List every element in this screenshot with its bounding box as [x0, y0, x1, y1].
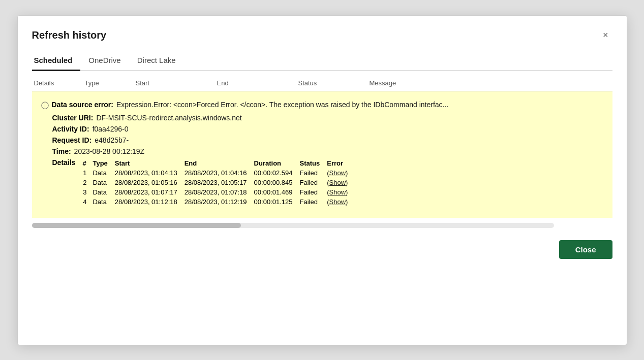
- inner-col-duration: Duration: [252, 158, 298, 168]
- cell-num: 4: [78, 197, 90, 207]
- cluster-uri-label: Cluster URI:: [52, 114, 94, 122]
- cluster-uri-value: DF-MSIT-SCUS-redirect.analysis.windows.n…: [96, 114, 241, 122]
- cell-end: 28/08/2023, 01:05:17: [182, 178, 252, 187]
- tab-bar: Scheduled OneDrive Direct Lake: [32, 52, 612, 71]
- table-header-row: Details Type Start End Status Message: [32, 74, 612, 91]
- content-area: Details Type Start End Status Message ⓘ …: [32, 71, 612, 231]
- col-status: Status: [298, 79, 370, 87]
- inner-col-error: Error: [325, 158, 353, 168]
- cell-type: Data: [90, 168, 112, 178]
- time-value: 2023-08-28 00:12:19Z: [74, 147, 145, 155]
- tab-scheduled[interactable]: Scheduled: [32, 52, 81, 71]
- data-source-error-value: Expression.Error: <ccon>Forced Error. </…: [116, 101, 448, 109]
- col-type: Type: [85, 79, 136, 87]
- request-id-label: Request ID:: [52, 136, 92, 144]
- cell-start: 28/08/2023, 01:07:17: [113, 187, 182, 197]
- tab-direct-lake[interactable]: Direct Lake: [129, 52, 184, 71]
- dialog-header: Refresh history ×: [32, 28, 612, 43]
- activity-id-value: f0aa4296-0: [93, 125, 129, 133]
- inner-col-num: #: [78, 158, 90, 168]
- request-id-row: Request ID: e48d25b7-: [41, 136, 603, 144]
- details-section: Details # Type Start End Duration Status: [41, 158, 603, 207]
- cell-end: 28/08/2023, 01:12:19: [182, 197, 252, 207]
- request-id-value: e48d25b7-: [95, 136, 129, 144]
- cell-error[interactable]: (Show): [325, 187, 353, 197]
- dialog-title: Refresh history: [32, 29, 107, 41]
- cell-type: Data: [90, 187, 112, 197]
- cluster-uri-row: Cluster URI: DF-MSIT-SCUS-redirect.analy…: [41, 114, 603, 122]
- table-row: 4 Data 28/08/2023, 01:12:18 28/08/2023, …: [78, 197, 353, 207]
- inner-table-container: # Type Start End Duration Status Error 1…: [78, 158, 353, 207]
- activity-id-row: Activity ID: f0aa4296-0: [41, 125, 603, 133]
- inner-col-type: Type: [90, 158, 112, 168]
- col-message: Message: [370, 79, 610, 87]
- close-icon-button[interactable]: ×: [599, 28, 612, 43]
- data-source-error-label: Data source error:: [52, 101, 113, 109]
- cell-type: Data: [90, 197, 112, 207]
- cell-start: 28/08/2023, 01:04:13: [113, 168, 182, 178]
- tab-onedrive[interactable]: OneDrive: [80, 52, 129, 71]
- cell-end: 28/08/2023, 01:04:16: [182, 168, 252, 178]
- cell-error[interactable]: (Show): [325, 197, 353, 207]
- details-label: Details: [52, 158, 76, 167]
- cell-start: 28/08/2023, 01:05:16: [113, 178, 182, 187]
- inner-col-end: End: [182, 158, 252, 168]
- table-row: 1 Data 28/08/2023, 01:04:13 28/08/2023, …: [78, 168, 353, 178]
- table-row: 3 Data 28/08/2023, 01:07:17 28/08/2023, …: [78, 187, 353, 197]
- horizontal-scrollbar[interactable]: [32, 223, 555, 228]
- cell-status: Failed: [298, 187, 325, 197]
- cell-error[interactable]: (Show): [325, 178, 353, 187]
- col-start: Start: [136, 79, 217, 87]
- info-icon: ⓘ: [41, 101, 49, 111]
- inner-col-status: Status: [298, 158, 325, 168]
- time-row: Time: 2023-08-28 00:12:19Z: [41, 147, 603, 155]
- cell-num: 1: [78, 168, 90, 178]
- inner-table: # Type Start End Duration Status Error 1…: [78, 158, 353, 207]
- cell-status: Failed: [298, 168, 325, 178]
- cell-num: 3: [78, 187, 90, 197]
- refresh-history-dialog: Refresh history × Scheduled OneDrive Dir…: [17, 15, 627, 345]
- cell-type: Data: [90, 178, 112, 187]
- inner-col-start: Start: [113, 158, 182, 168]
- cell-duration: 00:00:01.125: [252, 197, 298, 207]
- data-source-error-row: ⓘ Data source error: Expression.Error: <…: [41, 101, 603, 111]
- activity-id-label: Activity ID:: [52, 125, 89, 133]
- col-details: Details: [34, 79, 85, 87]
- dialog-footer: Close: [32, 240, 612, 259]
- col-end: End: [217, 79, 298, 87]
- table-row: 2 Data 28/08/2023, 01:05:16 28/08/2023, …: [78, 178, 353, 187]
- cell-error[interactable]: (Show): [325, 168, 353, 178]
- cell-status: Failed: [298, 178, 325, 187]
- error-panel: ⓘ Data source error: Expression.Error: <…: [32, 91, 612, 218]
- cell-status: Failed: [298, 197, 325, 207]
- close-button[interactable]: Close: [559, 240, 612, 259]
- cell-start: 28/08/2023, 01:12:18: [113, 197, 182, 207]
- cell-duration: 00:00:02.594: [252, 168, 298, 178]
- cell-end: 28/08/2023, 01:07:18: [182, 187, 252, 197]
- cell-duration: 00:00:01.469: [252, 187, 298, 197]
- horizontal-scrollbar-thumb[interactable]: [32, 223, 241, 228]
- cell-num: 2: [78, 178, 90, 187]
- time-label: Time:: [52, 147, 71, 155]
- cell-duration: 00:00:00.845: [252, 178, 298, 187]
